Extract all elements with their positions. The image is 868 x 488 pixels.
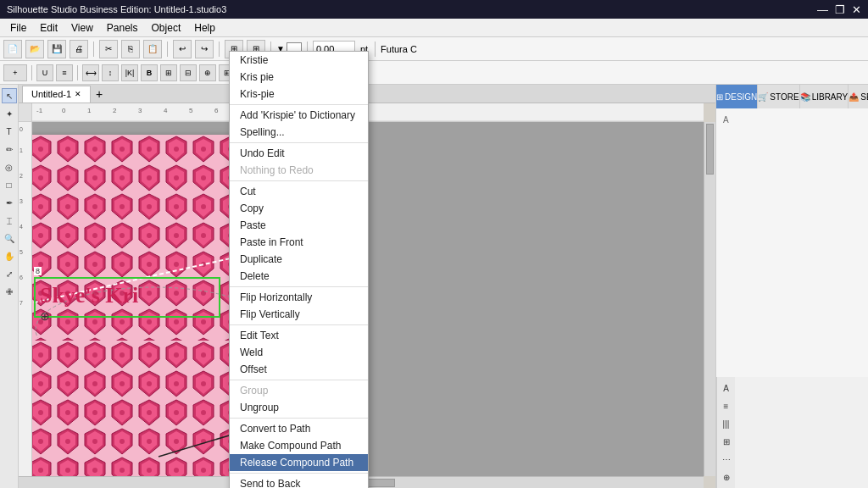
menu-file[interactable]: File	[3, 20, 33, 36]
menu-object[interactable]: Object	[145, 20, 188, 36]
align-left-btn[interactable]: ≡	[56, 64, 73, 81]
menu-view[interactable]: View	[64, 20, 100, 36]
sep2	[167, 42, 168, 57]
cm-kris-pie[interactable]: Kris pie	[230, 69, 368, 86]
minimize-button[interactable]: —	[817, 3, 828, 16]
print-button[interactable]: 🖨	[70, 40, 88, 58]
undo-button[interactable]: ↩	[173, 40, 192, 58]
text-tool[interactable]: T	[2, 124, 17, 139]
send-icon: 📤	[849, 92, 859, 102]
cm-paste-front[interactable]: Paste in Front	[230, 234, 368, 251]
vertical-scrollbar[interactable]	[704, 122, 715, 476]
main-area: ↖ ✦ T ✏ ◎ □ ✒ ⌶ 🔍 ✋ ⤢ ✙ Untitled-1 ✕ +	[0, 85, 868, 488]
redo-button[interactable]: ↪	[195, 40, 214, 58]
cm-cut[interactable]: Cut	[230, 183, 368, 200]
group-text-btn[interactable]: ⊞	[160, 64, 177, 81]
cm-sep1	[230, 104, 368, 105]
panel-placeholder: A	[720, 112, 865, 128]
maximize-button[interactable]: ❐	[835, 3, 845, 16]
cm-release-compound[interactable]: Release Compound Path	[230, 454, 368, 471]
cm-flip-h[interactable]: Flip Horizontally	[230, 289, 368, 306]
cm-paste[interactable]: Paste	[230, 217, 368, 234]
pan-tool[interactable]: ✋	[2, 248, 17, 263]
ellipse-tool[interactable]: ◎	[2, 159, 17, 175]
right-tool-1[interactable]: A	[719, 380, 734, 396]
panel-content: A	[716, 108, 868, 377]
tab-untitled1[interactable]: Untitled-1 ✕	[22, 86, 91, 103]
main-toolbar: 📄 📂 💾 🖨 ✂ ⎘ 📋 ↩ ↪ ⊞ ⊞ ▼ pt Futura C	[0, 37, 868, 61]
pencil-tool[interactable]: ✏	[2, 141, 17, 157]
cm-make-compound[interactable]: Make Compound Path	[230, 437, 368, 454]
menu-edit[interactable]: Edit	[33, 20, 64, 36]
sep3	[219, 42, 220, 57]
kern-btn[interactable]: |K|	[121, 64, 138, 81]
ungroup-text-btn[interactable]: ⊟	[180, 64, 197, 81]
cm-undo-edit[interactable]: Undo Edit	[230, 145, 368, 162]
merge-btn[interactable]: ⊕	[199, 64, 216, 81]
send-label: SEND	[860, 92, 868, 102]
format-toolbar: + U ≡ ⟷ ↕ |K| B ⊞ ⊟ ⊕ ⊞ ✕ ◈ ★ ⊕ ✕	[0, 61, 868, 85]
font-name: Futura C	[381, 44, 417, 54]
crop-tool[interactable]: ✙	[2, 284, 17, 299]
tab-send[interactable]: 📤 SEND	[849, 85, 868, 108]
cm-sep7	[230, 418, 368, 419]
cm-nothing-redo: Nothing to Redo	[230, 162, 368, 179]
select-tool[interactable]: ↖	[2, 88, 17, 103]
copy-button[interactable]: ⎘	[121, 40, 140, 58]
line-space-btn[interactable]: ↕	[102, 64, 119, 81]
cm-sep6	[230, 380, 368, 380]
paste-button[interactable]: 📋	[143, 40, 162, 58]
right-tool-4[interactable]: ⊞	[719, 434, 734, 449]
cm-kris-pie2[interactable]: Kris-pie	[230, 86, 368, 103]
cm-ungroup[interactable]: Ungroup	[230, 399, 368, 416]
char-space-btn[interactable]: ⟷	[82, 64, 99, 81]
cm-offset[interactable]: Offset	[230, 361, 368, 378]
underline-btn[interactable]: U	[36, 64, 53, 81]
cut-button[interactable]: ✂	[99, 40, 118, 58]
tab-design[interactable]: ⊞ DESIGN	[716, 85, 758, 108]
cm-send-back[interactable]: Send to Back	[230, 475, 368, 488]
tab-close-icon[interactable]: ✕	[75, 90, 81, 98]
measure-tool[interactable]: ⤢	[2, 266, 17, 281]
app-title: Silhouette Studio Business Edition: Unti…	[7, 4, 226, 14]
right-tool-5[interactable]: ⋯	[719, 452, 734, 467]
cm-flip-v[interactable]: Flip Vertically	[230, 306, 368, 323]
menu-panels[interactable]: Panels	[100, 20, 145, 36]
tab-store[interactable]: 🛒 STORE	[758, 85, 799, 108]
bold-btn[interactable]: B	[141, 64, 158, 81]
sep-f1	[31, 65, 32, 80]
sep1	[93, 42, 94, 57]
cm-delete[interactable]: Delete	[230, 268, 368, 285]
cm-copy[interactable]: Copy	[230, 200, 368, 217]
cm-spelling[interactable]: Spelling...	[230, 124, 368, 141]
right-side-panel: A ≡ ||| ⊞ ⋯ ⊕	[716, 377, 735, 488]
save-button[interactable]: 💾	[47, 40, 66, 58]
right-tool-6[interactable]: ⊕	[719, 469, 734, 485]
library-icon: 📚	[800, 92, 810, 102]
cm-add-dict[interactable]: Add 'Krispie' to Dictionary	[230, 107, 368, 124]
cm-weld[interactable]: Weld	[230, 344, 368, 361]
store-label: STORE	[770, 92, 798, 102]
sep-f2	[77, 65, 78, 80]
cm-duplicate[interactable]: Duplicate	[230, 251, 368, 268]
menu-help[interactable]: Help	[187, 20, 222, 36]
cm-kristie[interactable]: Kristie	[230, 52, 368, 69]
right-tool-3[interactable]: |||	[719, 416, 734, 431]
rect-tool[interactable]: □	[2, 177, 17, 192]
cm-sep5	[230, 324, 368, 325]
format-btn1[interactable]: +	[3, 64, 27, 81]
node-tool[interactable]: ✦	[2, 106, 17, 121]
tab-library[interactable]: 📚 LIBRARY	[800, 85, 849, 108]
zoom-tool[interactable]: 🔍	[2, 230, 17, 246]
window-controls[interactable]: — ❐ ✕	[817, 3, 861, 16]
right-tool-2[interactable]: ≡	[719, 398, 734, 413]
close-button[interactable]: ✕	[852, 3, 861, 16]
pen-tool[interactable]: ✒	[2, 195, 17, 210]
open-button[interactable]: 📂	[25, 40, 44, 58]
cm-edit-text[interactable]: Edit Text	[230, 327, 368, 344]
add-tab-button[interactable]: +	[91, 86, 108, 103]
cm-convert-path[interactable]: Convert to Path	[230, 420, 368, 437]
fill-tool[interactable]: ⌶	[2, 213, 17, 228]
v-scroll-thumb[interactable]	[706, 124, 714, 175]
new-button[interactable]: 📄	[3, 40, 22, 58]
